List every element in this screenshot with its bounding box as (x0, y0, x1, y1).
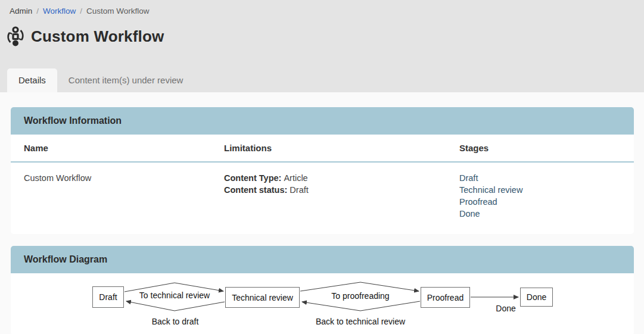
breadcrumb-item-current: Custom Workflow (86, 7, 150, 15)
node-done: Done (520, 288, 553, 307)
stage-item: Done (459, 208, 634, 220)
workflow-diagram-title: Workflow Diagram (11, 246, 634, 273)
breadcrumb-item-workflow[interactable]: Workflow (43, 7, 76, 15)
edge-label-back-to-draft: Back to draft (152, 317, 199, 326)
breadcrumb-separator: / (36, 7, 39, 15)
table-row: Custom Workflow Content Type:Article Con… (11, 162, 634, 234)
limitation-content-status: Content status:Draft (224, 184, 459, 196)
tab-bar: Details Content item(s) under review (0, 68, 644, 92)
breadcrumb: Admin / Workflow / Custom Workflow (0, 0, 644, 15)
column-header-limitations: Limitations (224, 135, 459, 162)
limitation-label: Content Type: (224, 173, 281, 183)
edge-back-to-draft (126, 301, 225, 311)
page: Admin / Workflow / Custom Workflow Custo… (0, 0, 644, 334)
stage-item: Draft (459, 172, 634, 184)
edge-label-to-technical-review: To technical review (139, 291, 210, 300)
workflow-icon (5, 25, 26, 48)
edge-back-to-technical-review (302, 301, 420, 311)
limitations-cell: Content Type:Article Content status:Draf… (224, 162, 459, 234)
breadcrumb-item-admin: Admin (10, 7, 32, 15)
tab-details[interactable]: Details (7, 68, 57, 92)
column-header-name: Name (11, 135, 224, 162)
stage-item: Technical review (459, 184, 634, 196)
workflow-information-table: Name Limitations Stages Custom Workflow … (11, 135, 634, 234)
node-draft: Draft (92, 286, 124, 308)
stages-cell: Draft Technical review Proofread Done (459, 162, 634, 234)
main-content: Workflow Information Name Limitations St… (0, 92, 644, 334)
node-proofread: Proofread (421, 287, 470, 308)
workflow-diagram-panel: Workflow Diagram Draft Technical review (11, 246, 634, 334)
tab-content-items-under-review[interactable]: Content item(s) under review (57, 68, 195, 92)
workflow-information-title: Workflow Information (11, 107, 634, 135)
limitation-value: Article (284, 173, 307, 183)
stage-item: Proofread (459, 196, 634, 208)
column-header-stages: Stages (459, 135, 634, 162)
limitation-content-type: Content Type:Article (224, 172, 459, 184)
title-row: Custom Workflow (0, 15, 644, 48)
node-technical-review: Technical review (225, 287, 300, 308)
limitation-label: Content status: (224, 185, 287, 195)
breadcrumb-separator: / (80, 7, 82, 15)
edge-to-proofreading (300, 282, 419, 291)
edge-label-to-proofreading: To proofreading (331, 291, 389, 301)
workflow-information-panel: Workflow Information Name Limitations St… (11, 107, 634, 234)
workflow-diagram: Draft Technical review Proofread Done To… (11, 273, 634, 334)
workflow-name-cell: Custom Workflow (11, 162, 224, 234)
edge-label-done: Done (496, 304, 515, 313)
limitation-value: Draft (290, 185, 308, 195)
page-title: Custom Workflow (31, 27, 164, 46)
edge-label-back-to-technical-review: Back to technical review (316, 317, 405, 326)
table-header-row: Name Limitations Stages (11, 135, 634, 162)
page-header: Admin / Workflow / Custom Workflow Custo… (0, 0, 644, 92)
